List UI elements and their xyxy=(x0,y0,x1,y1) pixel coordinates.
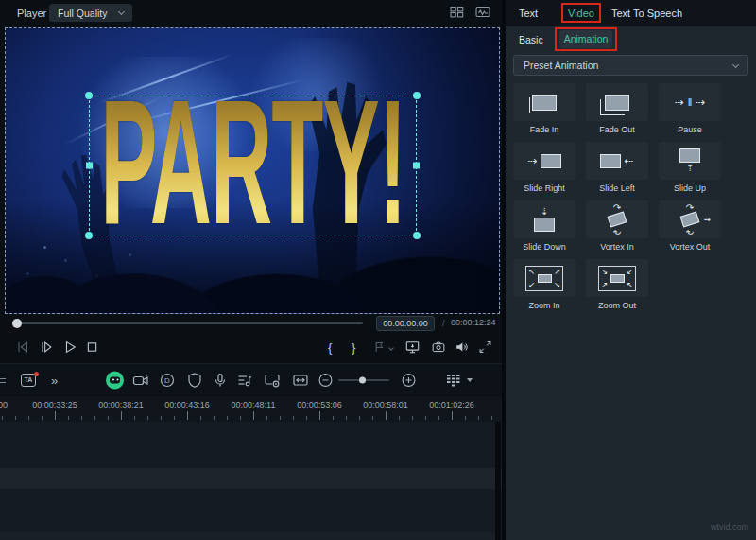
microphone-icon[interactable] xyxy=(212,372,229,389)
animation-item-fade-in[interactable]: Fade In xyxy=(513,83,576,134)
animation-label: Pause xyxy=(659,125,721,134)
track-height-icon[interactable] xyxy=(446,373,461,388)
resize-handle-bottom-right[interactable] xyxy=(413,232,421,239)
animation-item-fade-out[interactable]: Fade Out xyxy=(586,83,648,134)
timeline-tracks[interactable] xyxy=(0,422,504,540)
ruler-tick xyxy=(491,416,492,420)
animation-label: Zoom In xyxy=(513,301,576,310)
chevron-down-icon xyxy=(118,9,125,15)
fullscreen-icon[interactable] xyxy=(478,340,492,355)
ruler-timecode-label: 00:00:43:16 xyxy=(164,400,210,409)
stop-icon[interactable] xyxy=(85,340,99,355)
title-overlay-text[interactable]: PARTY! xyxy=(100,60,405,264)
properties-panel: Text Video Text To Speech Basic Animatio… xyxy=(506,0,756,540)
current-timecode: 00:00:00:00 xyxy=(376,316,435,331)
animation-item-slide-down[interactable]: ⇣Slide Down xyxy=(513,200,576,252)
ruler-tick xyxy=(293,416,294,420)
seek-bar[interactable] xyxy=(17,322,363,324)
animation-item-slide-right[interactable]: ⇢Slide Right xyxy=(513,142,576,193)
play-icon[interactable] xyxy=(62,340,77,355)
ruler-tick xyxy=(81,416,82,420)
resize-handle-mid-left[interactable] xyxy=(86,163,93,169)
chevron-down-icon xyxy=(732,61,739,68)
animation-item-vortex-in[interactable]: ↷↷Vortex In xyxy=(586,200,648,252)
previous-frame-icon[interactable] xyxy=(15,340,30,355)
ruler-tick xyxy=(108,416,109,420)
expand-tools-icon[interactable]: » xyxy=(51,373,58,387)
resize-handle-bottom-left[interactable] xyxy=(85,232,93,239)
preview-canvas[interactable]: PARTY! xyxy=(5,27,500,314)
timeline-toolbar: TA » D xyxy=(0,363,504,395)
animation-item-zoom-in[interactable]: ↖↗↙↘Zoom In xyxy=(513,259,576,310)
subtab-basic[interactable]: Basic xyxy=(519,34,543,45)
animation-item-slide-left[interactable]: ⇠Slide Left xyxy=(586,142,648,193)
marker-caret-icon[interactable] xyxy=(388,345,394,351)
d-circle-icon[interactable]: D xyxy=(159,372,176,389)
seek-handle[interactable] xyxy=(12,319,22,328)
ruler-tick xyxy=(412,416,413,420)
ruler-tick xyxy=(280,416,281,420)
ai-camera-icon[interactable] xyxy=(132,372,149,389)
resize-handle-top-right[interactable] xyxy=(413,92,421,99)
play-on-monitor-icon[interactable] xyxy=(404,340,421,355)
tab-text-to-speech[interactable]: Text To Speech xyxy=(611,8,682,19)
animation-item-zoom-out[interactable]: ↘↙↗↖Zoom Out xyxy=(586,259,648,310)
mark-in-icon[interactable]: { xyxy=(328,340,332,355)
shield-icon[interactable] xyxy=(186,372,203,389)
seek-bar-row: 00:00:00:00 / 00:00:12:24 xyxy=(0,316,504,331)
clipped-list-icon[interactable] xyxy=(0,375,8,386)
text-selection-box[interactable]: PARTY! xyxy=(89,96,417,235)
animation-label: Slide Left xyxy=(586,183,648,193)
animation-label: Slide Down xyxy=(513,242,576,252)
animation-label: Slide Up xyxy=(659,183,721,193)
resize-handle-mid-right[interactable] xyxy=(413,163,420,169)
play-frame-icon[interactable] xyxy=(39,340,54,355)
quality-value: Full Quality xyxy=(58,8,108,19)
timeline-track[interactable] xyxy=(0,532,504,540)
animation-item-slide-up[interactable]: ⇡Slide Up xyxy=(659,142,721,193)
audio-adjust-icon[interactable] xyxy=(236,372,253,389)
fade-in-icon xyxy=(513,83,576,121)
ruler-tick xyxy=(425,416,426,420)
ai-assistant-icon[interactable] xyxy=(106,371,124,389)
timeline-scrollbar[interactable] xyxy=(495,422,501,540)
volume-icon[interactable] xyxy=(454,340,470,355)
ruler-tick xyxy=(452,411,453,420)
animation-label: Fade Out xyxy=(586,125,648,134)
video-editor-window: Player Full Quality xyxy=(0,0,756,540)
tab-text[interactable]: Text xyxy=(519,8,538,19)
animation-label: Vortex In xyxy=(586,242,648,252)
auto-ripple-icon[interactable] xyxy=(292,372,309,389)
snapshot-icon[interactable] xyxy=(431,340,446,355)
preset-animation-dropdown[interactable]: Preset Animation xyxy=(513,55,748,76)
zoom-in-button[interactable] xyxy=(401,372,417,388)
scope-icon[interactable] xyxy=(475,6,490,18)
ruler-tick xyxy=(465,416,466,420)
animation-item-vortex-out[interactable]: ↷↷⇝Vortex Out xyxy=(659,200,721,252)
ruler-tick xyxy=(15,416,16,420)
timeline-zoom-slider-handle[interactable] xyxy=(359,376,366,383)
slide-left-icon: ⇠ xyxy=(586,142,648,180)
vortex-out-icon: ↷↷⇝ xyxy=(659,200,721,238)
ruler-tick xyxy=(214,416,215,420)
ruler-tick xyxy=(346,416,347,420)
timeline-ruler[interactable]: 0000:00:33:2500:00:38:2100:00:43:1600:00… xyxy=(0,396,504,422)
track-options-caret-icon[interactable] xyxy=(467,378,472,382)
ruler-tick xyxy=(333,416,334,420)
ruler-tick xyxy=(399,416,400,420)
multiview-icon[interactable] xyxy=(450,6,464,18)
screen-record-icon[interactable] xyxy=(264,372,281,389)
resize-handle-top-left[interactable] xyxy=(85,92,93,99)
ruler-timecode-label: 00:00:48:11 xyxy=(232,400,276,409)
ruler-tick xyxy=(94,416,95,420)
zoom-out-button[interactable] xyxy=(318,372,334,388)
timeline-track[interactable] xyxy=(0,468,504,489)
ruler-tick xyxy=(187,411,188,420)
marker-icon[interactable] xyxy=(372,340,387,355)
timecode-separator: / xyxy=(442,318,445,328)
ruler-tick xyxy=(478,416,479,420)
quality-dropdown[interactable]: Full Quality xyxy=(49,4,132,22)
animation-item-pause[interactable]: ⇢‖⇢Pause xyxy=(659,83,721,134)
mark-out-icon[interactable]: } xyxy=(352,340,355,355)
ruler-tick xyxy=(28,416,29,420)
